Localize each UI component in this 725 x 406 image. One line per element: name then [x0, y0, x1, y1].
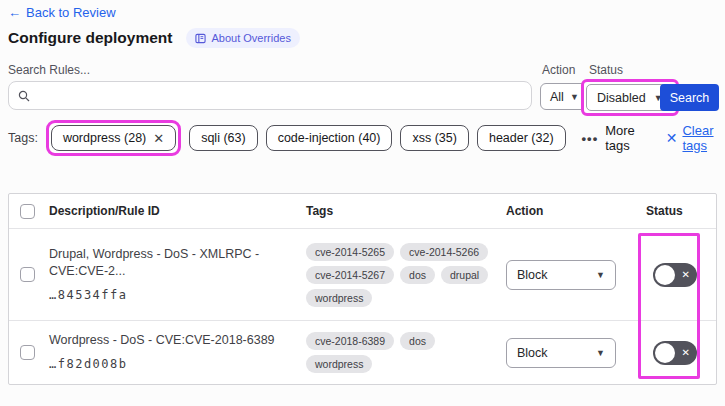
toggle-knob [655, 343, 675, 363]
tag-pill-label: xss (35) [412, 131, 456, 145]
back-arrow-icon: ← [8, 5, 21, 20]
column-header-status: Status [646, 204, 716, 218]
selected-tag-highlight: wordpress (28) ✕ [46, 120, 181, 156]
more-tags-button[interactable]: ••• More tags [582, 123, 640, 153]
action-select-value: Block [517, 346, 548, 360]
toggle-off-icon: ✕ [682, 270, 690, 280]
remove-tag-icon[interactable]: ✕ [153, 132, 164, 145]
status-filter-value: Disabled [597, 91, 646, 105]
rule-tags-cell: cve-2018-6389 dos wordpress [306, 332, 506, 373]
rule-description: Wordpress - DoS - CVE:CVE-2018-6389 [49, 332, 292, 350]
back-to-review-link[interactable]: ← Back to Review [8, 5, 116, 20]
search-rules-input[interactable] [36, 89, 522, 103]
tag-pill-label: header (32) [489, 131, 554, 145]
column-header-description: Description/Rule ID [49, 204, 306, 218]
about-overrides-badge[interactable]: About Overrides [186, 28, 299, 48]
clear-tags-label: Clear tags [682, 123, 720, 153]
page-title: Configure deployment [8, 29, 172, 47]
tag-pill-label: sqli (63) [201, 131, 245, 145]
action-filter-label: Action [542, 63, 575, 77]
row-checkbox[interactable] [20, 267, 35, 282]
tag-pill-sqli[interactable]: sqli (63) [189, 125, 257, 151]
status-filter-label: Status [589, 63, 623, 77]
rule-description-cell: Wordpress - DoS - CVE:CVE-2018-6389 …f82… [49, 332, 306, 372]
search-rules-field[interactable] [8, 81, 532, 110]
rule-tag: cve-2014-5265 [306, 243, 394, 261]
rule-tag: cve-2018-6389 [306, 332, 394, 350]
table-row: Wordpress - DoS - CVE:CVE-2018-6389 …f82… [9, 321, 716, 384]
tag-pill-label: wordpress (28) [63, 131, 146, 145]
clear-icon: ✕ [666, 130, 678, 146]
chevron-down-icon: ▼ [570, 92, 579, 102]
rule-description-cell: Drupal, Wordpress - DoS - XMLRPC - CVE:C… [49, 246, 306, 304]
chevron-down-icon: ▼ [596, 348, 605, 358]
rule-tag: wordpress [306, 355, 372, 373]
status-toggle[interactable]: ✕ [653, 341, 697, 365]
rule-tag: drupal [441, 266, 488, 284]
chevron-down-icon: ▼ [596, 270, 605, 280]
clear-tags-button[interactable]: ✕ Clear tags [666, 123, 720, 153]
about-overrides-label: About Overrides [211, 32, 290, 44]
rules-table: Description/Rule ID Tags Action Status D… [8, 193, 717, 385]
rule-tag: cve-2014-5267 [306, 266, 394, 284]
configure-deployment-page: ← Back to Review Configure deployment Ab… [0, 0, 725, 406]
book-icon [195, 33, 206, 44]
more-tags-label: More tags [605, 123, 640, 153]
action-select[interactable]: Block ▼ [506, 260, 616, 290]
rule-tag: wordpress [306, 289, 372, 307]
row-checkbox[interactable] [20, 345, 35, 360]
status-toggle[interactable]: ✕ [653, 263, 697, 287]
rule-tags-cell: cve-2014-5265 cve-2014-5266 cve-2014-526… [306, 243, 506, 307]
title-row: Configure deployment About Overrides [8, 28, 300, 48]
tag-pill-xss[interactable]: xss (35) [400, 125, 468, 151]
rule-description: Drupal, Wordpress - DoS - XMLRPC - CVE:C… [49, 246, 292, 281]
action-select-value: Block [517, 268, 548, 282]
ellipsis-icon: ••• [582, 131, 599, 146]
tag-pill-code-injection[interactable]: code-injection (40) [266, 125, 393, 151]
column-header-tags: Tags [306, 204, 506, 218]
tag-pill-wordpress[interactable]: wordpress (28) ✕ [51, 125, 176, 151]
column-header-action: Action [506, 204, 646, 218]
table-header-row: Description/Rule ID Tags Action Status [9, 194, 716, 229]
tag-pill-label: code-injection (40) [278, 131, 381, 145]
action-filter-value: All [550, 90, 564, 104]
search-button[interactable]: Search [660, 84, 719, 111]
rule-tag: cve-2014-5266 [400, 243, 488, 261]
rule-id: …84534ffa [49, 287, 292, 304]
tags-label: Tags: [8, 131, 38, 145]
select-all-checkbox[interactable] [20, 204, 35, 219]
toggle-knob [655, 265, 675, 285]
search-rules-label: Search Rules... [8, 63, 90, 77]
toggle-off-icon: ✕ [682, 348, 690, 358]
rule-tag: dos [400, 332, 435, 350]
back-link-label: Back to Review [26, 5, 116, 20]
search-icon [18, 90, 30, 102]
tag-pill-header[interactable]: header (32) [477, 125, 566, 151]
action-select[interactable]: Block ▼ [506, 338, 616, 368]
rule-tag: dos [400, 266, 435, 284]
rule-id: …f82d008b [49, 356, 292, 373]
tags-filter-bar: Tags: wordpress (28) ✕ sqli (63) code-in… [8, 120, 720, 156]
table-row: Drupal, Wordpress - DoS - XMLRPC - CVE:C… [9, 229, 716, 321]
